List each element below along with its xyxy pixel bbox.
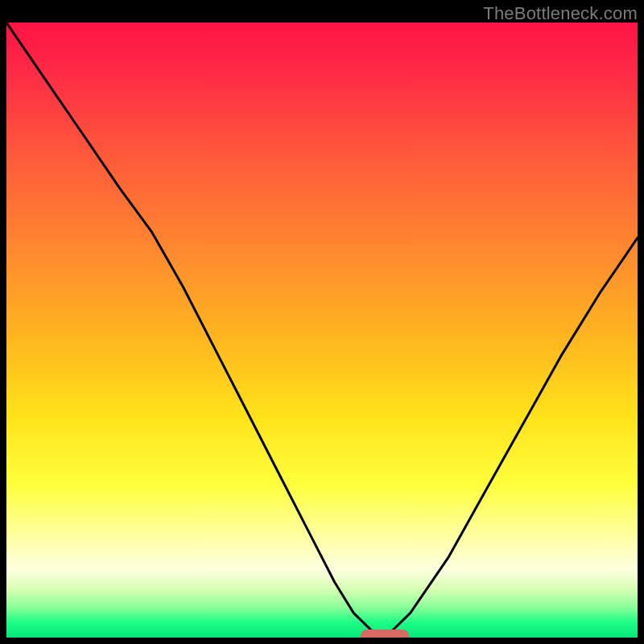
watermark-text: TheBottleneck.com: [483, 3, 638, 24]
plot-area: [6, 23, 638, 638]
chart-frame: TheBottleneck.com: [0, 0, 644, 644]
optimal-marker: [361, 630, 409, 638]
bottleneck-curve: [6, 23, 638, 638]
